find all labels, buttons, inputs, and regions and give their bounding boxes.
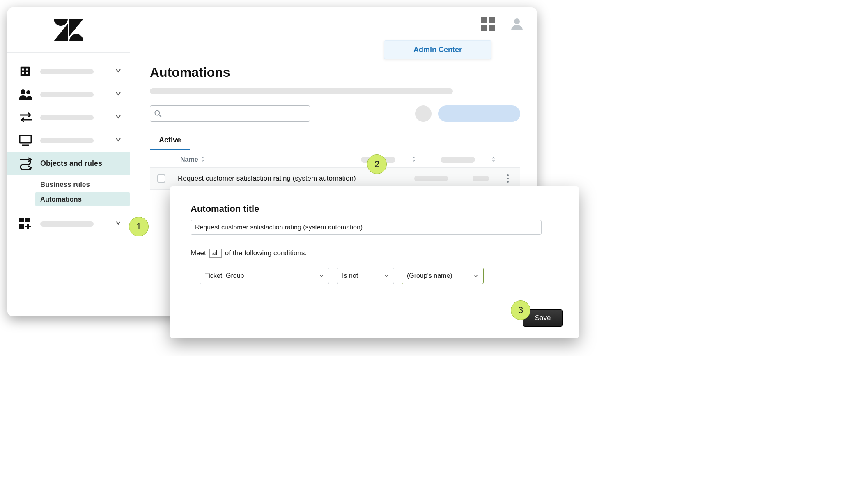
zendesk-logo-icon xyxy=(54,19,83,41)
svg-rect-2 xyxy=(21,67,30,76)
svg-marker-1 xyxy=(69,19,83,36)
content: Automations Active Name xyxy=(130,40,537,190)
column-name[interactable]: Name xyxy=(180,156,198,163)
sidebar-item-automations[interactable]: Automations xyxy=(35,192,130,206)
automation-row-link[interactable]: Request customer satisfaction rating (sy… xyxy=(178,174,356,183)
routing-icon xyxy=(19,156,35,170)
svg-point-8 xyxy=(26,90,30,94)
chevron-down-icon xyxy=(319,273,324,278)
row-checkbox[interactable] xyxy=(157,174,165,183)
sidebar-item-account[interactable] xyxy=(7,60,130,83)
cell-placeholder xyxy=(414,176,448,181)
chevron-down-icon xyxy=(115,220,122,228)
sort-icon[interactable] xyxy=(491,156,496,163)
primary-button-placeholder[interactable] xyxy=(438,105,520,122)
svg-marker-0 xyxy=(54,24,68,41)
condition-row: Ticket: Group Is not (Group's name) xyxy=(191,268,486,293)
svg-rect-5 xyxy=(22,72,24,74)
step-badge-1: 1 xyxy=(129,217,149,236)
description-placeholder xyxy=(150,88,453,94)
svg-rect-3 xyxy=(22,69,24,71)
people-icon xyxy=(19,87,35,101)
sidebar-label-objects-rules: Objects and rules xyxy=(40,159,122,168)
svg-line-16 xyxy=(159,115,161,117)
svg-rect-11 xyxy=(19,218,24,222)
step-badge-3: 3 xyxy=(511,300,530,320)
column-placeholder xyxy=(441,157,475,163)
automation-title-input[interactable] xyxy=(191,220,542,235)
condition-operator-value: Is not xyxy=(342,272,358,279)
meet-suffix: of the following conditions: xyxy=(225,249,307,257)
cell-placeholder xyxy=(473,176,489,181)
tab-active[interactable]: Active xyxy=(150,132,190,150)
placeholder xyxy=(40,221,94,227)
condition-operator-select[interactable]: Is not xyxy=(337,268,394,284)
brand-logo xyxy=(7,7,130,53)
placeholder xyxy=(40,92,94,97)
user-avatar-icon[interactable] xyxy=(510,17,523,30)
admin-center-link[interactable]: Admin Center xyxy=(413,46,462,54)
sort-icon[interactable] xyxy=(201,156,205,163)
sidebar-item-objects-rules[interactable]: Objects and rules xyxy=(7,152,130,175)
meet-prefix: Meet xyxy=(191,249,206,257)
svg-rect-12 xyxy=(25,218,30,222)
admin-center-tooltip[interactable]: Admin Center xyxy=(384,40,491,59)
condition-value-select[interactable]: (Group's name) xyxy=(402,268,484,284)
topbar xyxy=(130,7,537,40)
building-icon xyxy=(19,64,35,78)
chevron-down-icon xyxy=(473,273,478,278)
chevron-down-icon xyxy=(115,67,122,76)
sidebar-item-people[interactable] xyxy=(7,83,130,106)
svg-rect-4 xyxy=(26,69,28,71)
placeholder xyxy=(40,138,94,143)
controls-row xyxy=(150,105,520,122)
row-menu-icon[interactable] xyxy=(505,173,510,184)
page-title: Automations xyxy=(150,65,520,80)
chevron-down-icon xyxy=(115,136,122,144)
svg-rect-13 xyxy=(19,224,24,229)
condition-value-text: (Group's name) xyxy=(407,272,452,279)
sort-icon[interactable] xyxy=(412,156,416,163)
list-header: Name xyxy=(150,150,520,167)
sidebar: Objects and rules Business rules Automat… xyxy=(7,7,130,316)
sidebar-item-apps[interactable] xyxy=(7,212,130,235)
action-placeholder-circle xyxy=(415,105,432,122)
svg-rect-9 xyxy=(20,135,31,143)
sidebar-subsection: Business rules Automations xyxy=(7,175,130,208)
step-badge-2: 2 xyxy=(367,154,387,174)
search-icon xyxy=(154,110,162,117)
arrows-horizontal-icon xyxy=(19,110,35,124)
svg-point-7 xyxy=(21,89,25,94)
sidebar-item-workspaces[interactable] xyxy=(7,129,130,152)
placeholder xyxy=(40,115,94,120)
products-grid-icon[interactable] xyxy=(481,17,495,31)
search-input[interactable] xyxy=(150,105,310,122)
chevron-down-icon xyxy=(115,90,122,99)
condition-field-select[interactable]: Ticket: Group xyxy=(200,268,329,284)
svg-rect-6 xyxy=(26,72,28,74)
monitor-icon xyxy=(19,133,35,147)
svg-point-14 xyxy=(514,18,520,24)
editor-title-label: Automation title xyxy=(191,204,558,214)
placeholder xyxy=(40,69,94,74)
apps-plus-icon xyxy=(19,217,35,231)
chevron-down-icon xyxy=(115,113,122,121)
sidebar-item-channels[interactable] xyxy=(7,106,130,129)
condition-field-value: Ticket: Group xyxy=(205,272,244,279)
tabs: Active xyxy=(150,132,520,150)
sidebar-nav: Objects and rules Business rules Automat… xyxy=(7,53,130,235)
svg-point-15 xyxy=(155,111,160,115)
conditions-label: Meet all of the following conditions: xyxy=(191,249,558,258)
match-type-select[interactable]: all xyxy=(209,249,222,258)
sidebar-subheader-business-rules: Business rules xyxy=(40,177,130,192)
chevron-down-icon xyxy=(384,273,389,278)
